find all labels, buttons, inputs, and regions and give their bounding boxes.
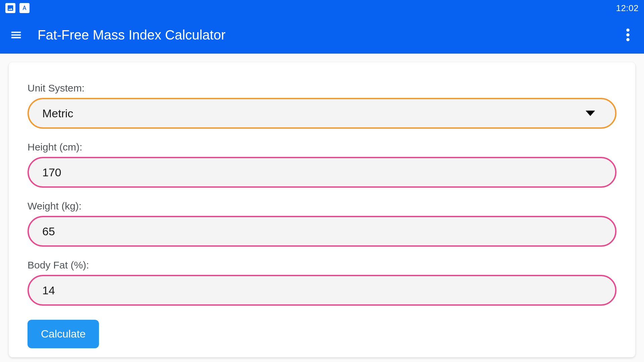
form-card: Unit System: Metric Height (cm): Weight …: [9, 62, 635, 357]
overflow-button[interactable]: [620, 27, 636, 43]
status-time: 12:02: [616, 3, 639, 13]
page-title: Fat-Free Mass Index Calculator: [38, 27, 225, 43]
svg-point-0: [626, 28, 630, 32]
weight-field-wrap: [28, 216, 616, 247]
menu-button[interactable]: [8, 27, 24, 43]
bodyfat-label: Body Fat (%):: [28, 259, 616, 271]
image-icon: [5, 3, 15, 13]
height-label: Height (cm):: [28, 141, 616, 153]
status-bar: 12:02: [0, 0, 644, 16]
height-field-wrap: [28, 157, 616, 188]
svg-point-1: [626, 33, 630, 37]
weight-input[interactable]: [42, 225, 602, 238]
calculate-button[interactable]: Calculate: [28, 320, 99, 348]
svg-point-2: [626, 38, 630, 42]
kebab-icon: [626, 28, 630, 41]
chevron-down-icon: [586, 111, 595, 116]
font-icon: [19, 3, 30, 13]
app-bar: Fat-Free Mass Index Calculator: [0, 16, 644, 54]
hamburger-icon: [10, 28, 22, 41]
status-icons: [5, 3, 30, 13]
unit-system-select[interactable]: Metric: [28, 98, 616, 129]
weight-label: Weight (kg):: [28, 200, 616, 212]
unit-system-label: Unit System:: [28, 82, 616, 94]
bodyfat-field-wrap: [28, 275, 616, 306]
height-input[interactable]: [42, 166, 602, 179]
bodyfat-input[interactable]: [42, 284, 602, 297]
unit-system-value: Metric: [42, 107, 73, 120]
